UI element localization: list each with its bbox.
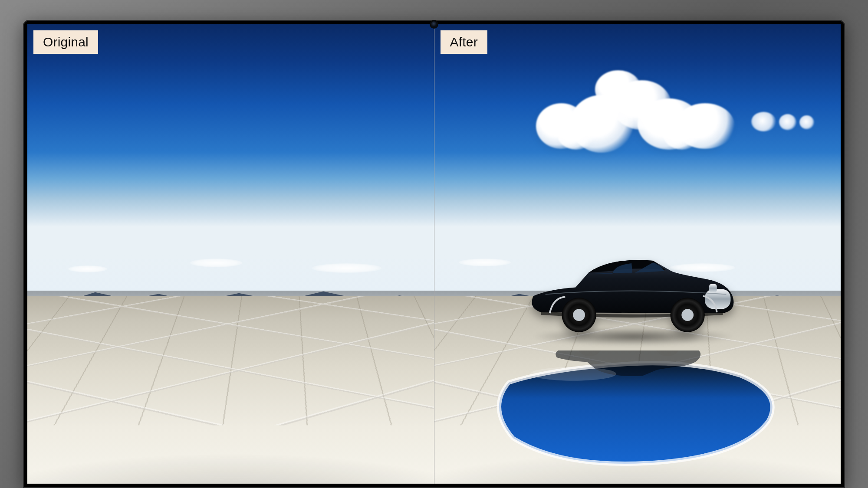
salt-flat <box>27 296 434 484</box>
svg-point-8 <box>530 367 616 381</box>
water-pool <box>483 350 784 475</box>
original-label: Original <box>33 30 98 54</box>
vintage-car <box>524 240 739 341</box>
webcam-dot <box>431 21 437 27</box>
laptop-frame: Original <box>23 20 845 488</box>
svg-rect-1 <box>709 284 717 292</box>
after-panel: After <box>434 24 841 484</box>
svg-point-5 <box>681 309 694 321</box>
cloud <box>190 259 242 267</box>
original-panel: Original <box>27 24 434 484</box>
cloud <box>312 263 381 273</box>
comparison-screen: Original <box>27 24 841 484</box>
cloud-trail <box>751 102 825 134</box>
cloud <box>459 259 511 266</box>
svg-point-3 <box>573 309 585 321</box>
after-label: After <box>441 30 487 54</box>
sky <box>27 24 434 291</box>
cloud <box>68 265 107 272</box>
car-shaped-cloud <box>532 70 743 153</box>
